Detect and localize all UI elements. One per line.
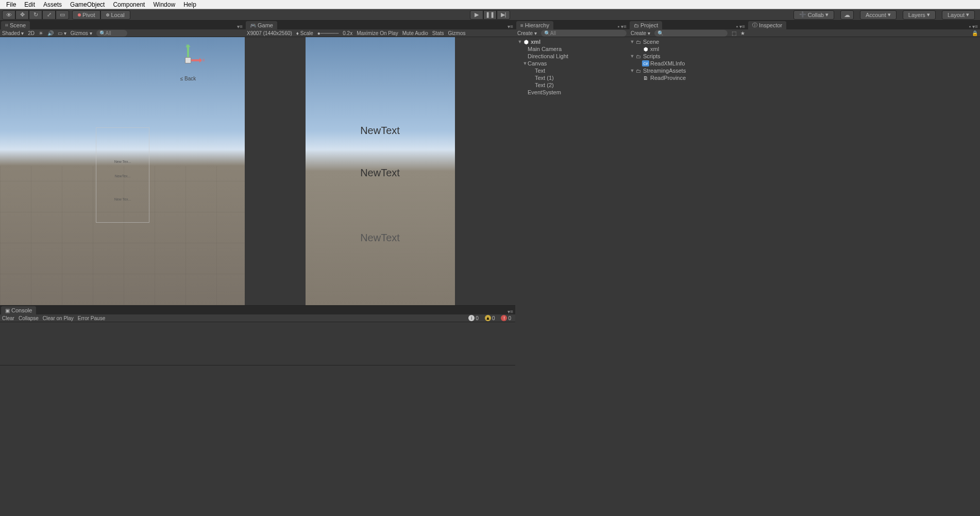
menu-component[interactable]: Component (109, 0, 149, 9)
hierarchy-create-button[interactable]: Create ▾ (517, 30, 537, 36)
error-icon: ! (501, 315, 507, 321)
scene-tab[interactable]: ⌗Scene (1, 21, 30, 29)
project-panel-options[interactable]: ▪ ▾≡ (734, 24, 747, 29)
hierarchy-search[interactable]: 🔍All (541, 30, 627, 37)
local-button[interactable]: Local (100, 10, 130, 20)
menu-help[interactable]: Help (179, 0, 200, 9)
2d-toggle[interactable]: 2D (28, 30, 35, 36)
project-create-button[interactable]: Create ▾ (631, 30, 650, 36)
hierarchy-item-label: Text (535, 68, 545, 74)
menu-gameobject[interactable]: GameObject (66, 0, 109, 9)
menu-assets[interactable]: Assets (39, 0, 66, 9)
account-label: Account (866, 12, 886, 18)
project-tab[interactable]: 🗀Project (630, 21, 662, 29)
error-pause-toggle[interactable]: Error Pause (78, 315, 105, 321)
project-item[interactable]: ▼🗀Scene (629, 38, 747, 45)
expand-arrow-icon[interactable]: ▼ (630, 39, 635, 44)
step-icon: ▶| (501, 11, 506, 18)
project-item[interactable]: 🗎ReadProvince (629, 74, 747, 81)
rotate-tool-button[interactable]: ↻ (29, 10, 42, 20)
cloud-button[interactable]: ☁ (840, 10, 854, 20)
account-button[interactable]: Account ▾ (860, 10, 897, 20)
gizmo-back-label[interactable]: ≤ Back (173, 76, 204, 81)
collapse-toggle[interactable]: Collapse (19, 315, 39, 321)
shading-dropdown[interactable]: Shaded ▾ (2, 30, 24, 36)
collab-icon: ➕ (799, 11, 806, 18)
game-tab[interactable]: 🎮Game (246, 21, 277, 29)
menu-file[interactable]: File (2, 0, 20, 9)
rect-tool-button[interactable]: ▭ (56, 10, 69, 20)
move-tool-button[interactable]: ✥ (15, 10, 29, 20)
scene-search[interactable]: 🔍All (96, 30, 127, 37)
fx-toggle[interactable]: ▭ ▾ (58, 30, 66, 36)
expand-arrow-icon[interactable]: ▼ (522, 61, 528, 66)
scene-mini-text-0: New Tex... (96, 160, 149, 163)
lighting-toggle[interactable]: ☀ (39, 30, 43, 36)
stats-toggle[interactable]: Stats (432, 30, 444, 36)
project-item[interactable]: C#ReadXMLInfo (629, 60, 747, 67)
project-filter-button[interactable]: ⬚ (732, 30, 736, 36)
game-gizmos-dropdown[interactable]: Gizmos (448, 30, 466, 36)
info-count: 0 (476, 315, 479, 321)
project-item[interactable]: ▼🗀StreamingAssets (629, 67, 747, 74)
layers-button[interactable]: Layers ▾ (903, 10, 936, 20)
project-search[interactable]: 🔍 (654, 30, 728, 37)
console-panel-options[interactable]: ▾≡ (505, 309, 515, 314)
error-badge[interactable]: !0 (499, 315, 513, 321)
hand-tool-button[interactable]: 👁 (2, 10, 15, 20)
hierarchy-item[interactable]: Text (2) (515, 81, 629, 89)
hierarchy-item[interactable]: ▼Canvas (515, 60, 629, 67)
gizmos-dropdown[interactable]: Gizmos ▾ (71, 30, 92, 36)
hierarchy-tab-icon: ≡ (520, 23, 523, 28)
pause-button[interactable]: ❚❚ (483, 10, 497, 20)
play-button[interactable]: ▶ (470, 10, 483, 20)
inspector-lock-button[interactable]: 🔒 (972, 30, 978, 36)
scene-canvas-outline[interactable]: New Tex... NewTex... New Tex... (96, 127, 149, 223)
project-item[interactable]: ▼🗀Scripts (629, 53, 747, 60)
pivot-button[interactable]: Pivot (72, 10, 100, 20)
game-text-1: NewText (306, 167, 455, 179)
hierarchy-panel-options[interactable]: ▪ ▾≡ (616, 24, 629, 29)
layout-button[interactable]: Layout ▾ (942, 10, 975, 20)
info-badge[interactable]: i0 (466, 315, 481, 321)
project-favorite-button[interactable]: ★ (740, 30, 745, 36)
clear-on-play-toggle[interactable]: Clear on Play (43, 315, 74, 321)
hierarchy-tab[interactable]: ≡Hierarchy (516, 21, 553, 29)
step-button[interactable]: ▶| (497, 10, 510, 20)
hierarchy-item-label: Directional Light (528, 53, 568, 59)
collab-button[interactable]: ➕ Collab ▾ (793, 10, 834, 20)
hierarchy-item[interactable]: Text (1) (515, 74, 629, 81)
inspector-tab[interactable]: ⓘInspector (748, 21, 786, 29)
audio-toggle[interactable]: 🔊 (47, 30, 54, 36)
hierarchy-item-label: Canvas (528, 60, 547, 66)
hierarchy-item[interactable]: Directional Light (515, 53, 629, 60)
hierarchy-item[interactable]: Text (515, 67, 629, 74)
hierarchy-item[interactable]: Main Camera (515, 45, 629, 53)
mute-toggle[interactable]: Mute Audio (402, 30, 428, 36)
hierarchy-tree[interactable]: ▼ ⬢ xml Main Camera Directional Light ▼C… (515, 37, 629, 516)
maximize-toggle[interactable]: Maximize On Play (357, 30, 398, 36)
console-body[interactable] (0, 322, 515, 365)
menu-window[interactable]: Window (149, 0, 179, 9)
play-icon: ▶ (475, 11, 479, 18)
scale-tool-button[interactable]: ⤢ (42, 10, 56, 20)
menu-edit[interactable]: Edit (20, 0, 39, 9)
game-panel-options[interactable]: ▾≡ (505, 24, 515, 29)
clear-button[interactable]: Clear (2, 315, 14, 321)
hierarchy-item[interactable]: EventSystem (515, 89, 629, 96)
project-item[interactable]: ⬢xml (629, 45, 747, 53)
scale-slider[interactable]: ●───── (317, 30, 339, 36)
expand-arrow-icon[interactable]: ▼ (517, 39, 522, 44)
hierarchy-scene-root[interactable]: ▼ ⬢ xml (515, 38, 629, 45)
game-subbar: X9007 (1440x2560) ♦ Scale ●───── 0.2x Ma… (245, 29, 515, 37)
inspector-panel-options[interactable]: ▪ ▾≡ (967, 24, 980, 29)
scene-gizmo[interactable]: y x ≤ Back (173, 45, 204, 91)
scene-panel-options[interactable]: ▾≡ (235, 24, 245, 29)
project-tree[interactable]: ▼🗀Scene ⬢xml ▼🗀Scripts C#ReadXMLInfo ▼🗀S… (629, 37, 747, 516)
resolution-dropdown[interactable]: X9007 (1440x2560) (247, 30, 292, 36)
warn-badge[interactable]: ▲0 (483, 315, 497, 321)
expand-arrow-icon[interactable]: ▼ (630, 54, 635, 59)
expand-arrow-icon[interactable]: ▼ (630, 68, 635, 73)
console-tab[interactable]: ▣Console (1, 306, 36, 314)
scene-view[interactable]: y x ≤ Back New Tex... NewTex... New Tex.… (0, 37, 245, 305)
